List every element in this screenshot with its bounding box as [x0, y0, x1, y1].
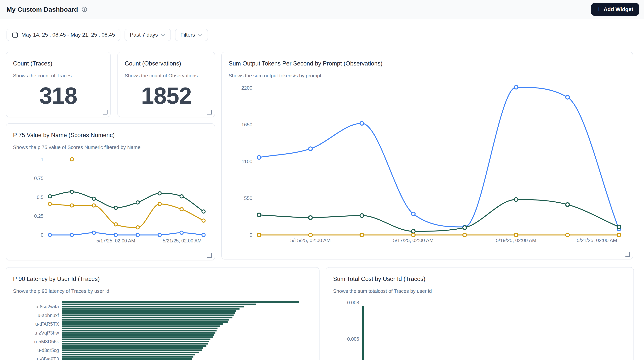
- resize-handle[interactable]: [208, 253, 212, 258]
- svg-text:5/19/25, 02:00 AM: 5/19/25, 02:00 AM: [496, 237, 536, 243]
- count-traces-value: 318: [6, 82, 110, 109]
- svg-text:1650: 1650: [241, 122, 252, 128]
- widget-title: Count (Traces): [6, 52, 110, 67]
- svg-text:0: 0: [41, 232, 44, 238]
- widget-count-observations: Count (Observations) Shows the count of …: [118, 52, 215, 117]
- svg-text:5/21/25, 02:00 AM: 5/21/25, 02:00 AM: [163, 238, 202, 243]
- page-title: My Custom Dashboard: [6, 6, 78, 13]
- svg-text:u-aobnuxf: u-aobnuxf: [38, 313, 59, 318]
- date-range-value: May 14, 25 : 08:45 - May 21, 25 : 08:45: [22, 32, 115, 38]
- svg-text:1100: 1100: [242, 159, 252, 164]
- svg-text:0.75: 0.75: [34, 176, 44, 181]
- count-observations-value: 1852: [118, 82, 215, 109]
- widget-sum-total-cost: 0.0060.008 Sum Total Cost by User Id (Tr…: [326, 267, 634, 360]
- widget-title: Count (Observations): [118, 52, 215, 67]
- svg-text:0.006: 0.006: [347, 336, 359, 342]
- resize-handle[interactable]: [626, 252, 630, 257]
- date-preset-value: Past 7 days: [130, 32, 158, 38]
- widget-p90-latency: u-8sq2w4au-aobnuxfu-tFAR5TXu-zVqP3hwu-5M…: [6, 267, 320, 360]
- resize-handle[interactable]: [208, 110, 212, 115]
- svg-text:u-d3qr5cg: u-d3qr5cg: [37, 347, 59, 353]
- svg-text:u-5M8D56k: u-5M8D56k: [34, 339, 59, 344]
- date-preset-dropdown[interactable]: Past 7 days: [124, 29, 171, 41]
- svg-text:2200: 2200: [241, 85, 252, 91]
- widget-subtitle: Shows the count of Observations: [118, 67, 215, 79]
- widget-title: P 90 Latency by User Id (Traces): [6, 267, 319, 282]
- svg-text:u-8sq2w4a: u-8sq2w4a: [36, 304, 59, 309]
- svg-text:0.25: 0.25: [34, 213, 44, 219]
- calendar-icon: [12, 32, 18, 38]
- add-widget-label: Add Widget: [604, 6, 633, 13]
- svg-text:5/17/25, 02:00 AM: 5/17/25, 02:00 AM: [393, 237, 434, 243]
- add-widget-button[interactable]: + Add Widget: [591, 3, 639, 16]
- svg-text:u-8fVa9T3: u-8fVa9T3: [37, 356, 59, 360]
- info-icon[interactable]: [82, 7, 87, 12]
- svg-text:5/21/25, 02:00 AM: 5/21/25, 02:00 AM: [577, 237, 617, 243]
- svg-text:u-zVqP3hw: u-zVqP3hw: [34, 330, 59, 335]
- widget-title: P 75 Value by Name (Scores Numeric): [6, 124, 215, 139]
- resize-handle[interactable]: [103, 110, 108, 115]
- date-range-picker[interactable]: May 14, 25 : 08:45 - May 21, 25 : 08:45: [6, 29, 120, 41]
- widget-subtitle: Shows the p 90 latency of Traces by user…: [6, 282, 319, 294]
- svg-text:550: 550: [244, 195, 252, 201]
- svg-text:5/15/25, 02:00 AM: 5/15/25, 02:00 AM: [290, 237, 330, 243]
- widget-subtitle: Shows the sum output tokens/s by prompt: [222, 67, 633, 79]
- widget-count-traces: Count (Traces) Shows the count of Traces…: [6, 52, 110, 117]
- svg-text:0: 0: [250, 232, 252, 238]
- svg-text:1: 1: [41, 157, 44, 162]
- dashboard-header: My Custom Dashboard + Add Widget: [0, 0, 644, 19]
- tokens-line-chart: 05501100165022005/15/25, 02:00 AM5/17/25…: [222, 52, 634, 260]
- widget-p75-value: 00.250.50.7515/17/25, 02:00 AM5/21/25, 0…: [6, 123, 215, 260]
- widget-tokens-per-second: 05501100165022005/15/25, 02:00 AM5/17/25…: [221, 52, 633, 259]
- svg-text:u-tFAR5TX: u-tFAR5TX: [35, 321, 59, 327]
- widget-subtitle: Shows the p 75 value of Scores Numeric f…: [6, 139, 215, 150]
- widget-title: Sum Output Tokens Per Second by Prompt (…: [222, 52, 633, 67]
- svg-text:0.5: 0.5: [37, 195, 44, 200]
- chevron-down-icon: [161, 34, 166, 37]
- widget-subtitle: Shows the count of Traces: [6, 67, 110, 79]
- widget-title: Sum Total Cost by User Id (Traces): [326, 267, 634, 282]
- chevron-down-icon: [198, 34, 202, 37]
- filter-toolbar: May 14, 25 : 08:45 - May 21, 25 : 08:45 …: [6, 29, 208, 41]
- plus-icon: +: [597, 6, 601, 13]
- filters-dropdown[interactable]: Filters: [175, 29, 208, 41]
- widget-subtitle: Shows the sum totalcost of Traces by use…: [326, 282, 634, 294]
- svg-text:5/17/25, 02:00 AM: 5/17/25, 02:00 AM: [96, 238, 135, 243]
- svg-text:0.008: 0.008: [347, 300, 359, 305]
- filters-label: Filters: [180, 32, 195, 38]
